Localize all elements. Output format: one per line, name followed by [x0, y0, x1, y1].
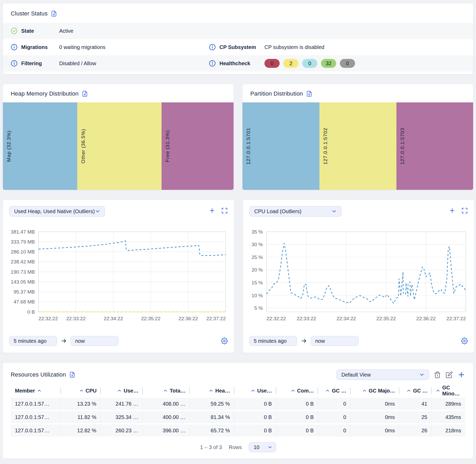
- migrations-label-group: Migrations: [11, 44, 59, 51]
- column-header-10[interactable]: GC Mino…: [432, 385, 465, 397]
- rows-per-page-select[interactable]: 10: [249, 442, 276, 452]
- svg-text:95.37 MB: 95.37 MB: [14, 289, 35, 295]
- sort-caret-icon[interactable]: [79, 389, 84, 393]
- add-chart-icon[interactable]: [449, 207, 456, 214]
- partition-distribution-bar: 127.0.0.1:5701127.0.0.1:5702127.0.0.1:57…: [242, 102, 473, 190]
- sort-caret-icon[interactable]: [362, 389, 367, 393]
- distribution-segment-label: 127.0.0.1:5701: [246, 128, 251, 165]
- svg-text:333.79 MB: 333.79 MB: [11, 239, 35, 245]
- table-cell: 0: [318, 411, 351, 423]
- svg-text:22:32:22: 22:32:22: [38, 316, 58, 321]
- partition-distribution-card: Partition Distribution 127.0.0.1:5701127…: [242, 84, 473, 190]
- column-header-member[interactable]: Member: [11, 388, 61, 394]
- delete-view-icon[interactable]: [434, 371, 441, 378]
- column-header-9[interactable]: GC …: [399, 388, 432, 394]
- sort-caret-icon[interactable]: [117, 389, 121, 393]
- sort-caret-icon[interactable]: [209, 389, 213, 393]
- distribution-segment[interactable]: Other (36.5%): [77, 102, 161, 190]
- healthcheck-label-group: Healthcheck: [209, 60, 264, 67]
- view-select-value: Default View: [341, 372, 371, 378]
- column-header-4[interactable]: Hea…: [190, 388, 234, 394]
- partition-distribution-title: Partition Distribution: [250, 90, 303, 97]
- arrow-right-icon: [301, 338, 307, 344]
- sort-caret-icon[interactable]: [325, 389, 330, 393]
- info-icon[interactable]: [11, 44, 18, 51]
- sort-caret-icon[interactable]: [291, 389, 295, 393]
- column-header-6[interactable]: Com…: [276, 388, 318, 394]
- table-cell: 0 B: [234, 398, 276, 410]
- time-to-input[interactable]: [311, 336, 359, 346]
- svg-text:22:36:22: 22:36:22: [179, 316, 198, 321]
- column-header-label: GC Majo…: [369, 388, 395, 394]
- svg-text:22:32:22: 22:32:22: [267, 316, 286, 321]
- time-from-input[interactable]: [9, 336, 57, 346]
- column-header-8[interactable]: GC Majo…: [351, 388, 399, 394]
- column-header-7[interactable]: GC …: [318, 388, 351, 394]
- pagination-range: 1 – 3 of 3: [200, 444, 222, 450]
- column-header-label: GC …: [413, 388, 428, 394]
- column-header-label: Tota…: [170, 388, 186, 394]
- sort-caret-icon[interactable]: [37, 389, 41, 393]
- info-icon[interactable]: [11, 60, 18, 67]
- column-header-3[interactable]: Tota…: [143, 388, 190, 394]
- state-label-group: State: [11, 27, 59, 34]
- document-icon[interactable]: [51, 10, 57, 17]
- table-cell: 0 B: [234, 424, 276, 437]
- gear-icon[interactable]: [221, 338, 228, 344]
- info-icon[interactable]: [209, 60, 216, 67]
- sort-caret-icon[interactable]: [163, 389, 168, 393]
- table-cell: 41: [399, 398, 432, 410]
- used-heap-chart: 381.47 MB333.79 MB286.10 MB238.42 MB190.…: [9, 230, 228, 324]
- table-cell: 0: [318, 424, 351, 437]
- sort-caret-icon[interactable]: [436, 389, 440, 393]
- distribution-segment[interactable]: Free (31.3%): [162, 102, 234, 190]
- metric-select[interactable]: Used Heap, Used Native (Outliers): [9, 206, 105, 217]
- document-icon[interactable]: [82, 90, 88, 97]
- filtering-healthcheck-row: Filtering Disabled / Allow Healthcheck 0…: [3, 55, 473, 71]
- svg-text:238.42 MB: 238.42 MB: [11, 259, 35, 264]
- fullscreen-icon[interactable]: [461, 207, 468, 214]
- distribution-segment[interactable]: Map (32.3%): [3, 102, 77, 190]
- document-icon[interactable]: [306, 90, 312, 97]
- table-cell: 435ms: [432, 411, 465, 423]
- filtering-label-group: Filtering: [11, 60, 59, 67]
- distribution-segment-label: Map (32.3%): [6, 130, 12, 162]
- distribution-segment[interactable]: 127.0.0.1:5701: [242, 102, 319, 190]
- cp-subsystem-label: CP Subsystem: [219, 44, 256, 50]
- time-from-input[interactable]: [249, 336, 297, 346]
- time-to-input[interactable]: [71, 336, 119, 346]
- heap-memory-distribution-card: Heap Memory Distribution Map (32.3%)Othe…: [3, 84, 234, 190]
- add-view-icon[interactable]: [457, 371, 465, 379]
- metric-select[interactable]: CPU Load (Outliers): [249, 206, 341, 217]
- add-chart-icon[interactable]: [209, 207, 215, 214]
- distribution-segment-label: Other (36.5%): [80, 129, 86, 163]
- table-row[interactable]: 127.0.0.1:57…11.82 %325.34 …400.00 …81.3…: [11, 411, 465, 423]
- fullscreen-icon[interactable]: [221, 207, 228, 214]
- distribution-segment[interactable]: 127.0.0.1:5702: [319, 102, 396, 190]
- chevron-down-icon: [419, 372, 425, 378]
- healthcheck-badge: 2: [283, 59, 298, 68]
- sort-caret-icon[interactable]: [251, 389, 255, 393]
- svg-text:10 %: 10 %: [252, 293, 263, 298]
- table-cell: 0: [318, 398, 351, 410]
- table-row[interactable]: 127.0.0.1:57…12.82 %260.23 …396.00 …65.7…: [11, 424, 465, 437]
- gear-icon[interactable]: [461, 338, 468, 344]
- column-header-label: GC …: [332, 388, 346, 394]
- edit-view-icon[interactable]: [446, 371, 453, 378]
- chevron-down-icon: [95, 208, 101, 214]
- view-select[interactable]: Default View: [336, 369, 429, 380]
- column-header-2[interactable]: Use…: [101, 388, 143, 394]
- table-cell: 289ms: [432, 398, 465, 410]
- sort-caret-icon[interactable]: [407, 389, 411, 393]
- filtering-label: Filtering: [21, 60, 42, 67]
- column-header-5[interactable]: Use…: [234, 388, 276, 394]
- column-header-1[interactable]: CPU: [61, 388, 101, 394]
- distribution-segment[interactable]: 127.0.0.1:5703: [396, 102, 473, 190]
- table-row[interactable]: 127.0.0.1:57…13.23 %241.76 …408.00 …59.2…: [11, 398, 465, 410]
- document-icon[interactable]: [69, 371, 75, 378]
- metric-select-value: Used Heap, Used Native (Outliers): [14, 208, 95, 214]
- info-icon[interactable]: [209, 44, 216, 51]
- table-cell: 408.00 …: [143, 398, 190, 410]
- resources-utilization-title: Resources Utilization: [11, 371, 66, 378]
- cluster-status-title: Cluster Status: [11, 10, 48, 17]
